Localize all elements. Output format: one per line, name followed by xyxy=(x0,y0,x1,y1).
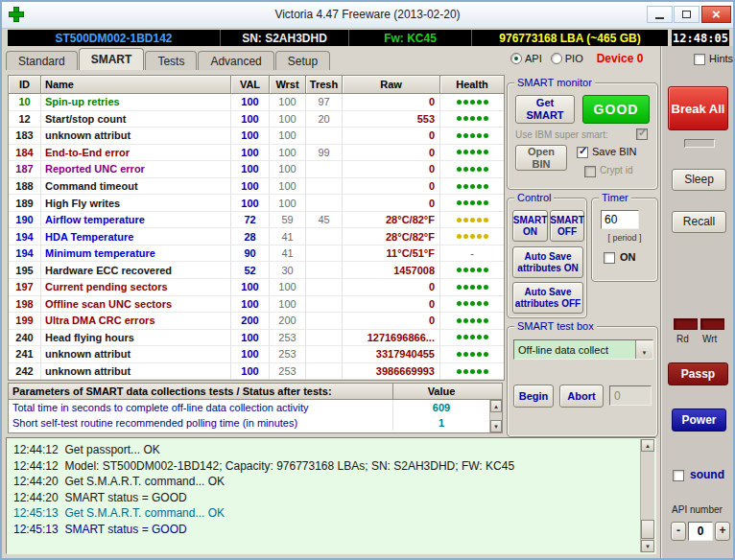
tab-smart[interactable]: SMART xyxy=(79,48,145,70)
cell-wrst: 100 xyxy=(270,178,306,196)
tab-standard[interactable]: Standard xyxy=(6,51,78,70)
timer-period-input[interactable] xyxy=(601,210,639,229)
smart-on-button[interactable]: SMART ON xyxy=(512,210,548,242)
cell-val: 100 xyxy=(231,279,270,296)
break-all-button[interactable]: Break All xyxy=(668,86,728,130)
drive-serial: SN: S2AH3DHD xyxy=(221,30,349,46)
cell-health xyxy=(440,313,504,330)
tab-advanced[interactable]: Advanced xyxy=(198,51,273,70)
param-text: Short self-test routine recommended poll… xyxy=(9,415,393,431)
recall-button[interactable]: Recall xyxy=(672,211,726,233)
sound-checkbox[interactable] xyxy=(673,470,684,481)
health-dot xyxy=(457,352,462,357)
smart-status-indicator[interactable]: GOOD xyxy=(582,95,650,124)
sound-label: sound xyxy=(690,468,724,481)
health-dot xyxy=(484,167,488,172)
scroll-down-icon[interactable] xyxy=(641,540,654,552)
table-row[interactable]: 188Command timeout1001000 xyxy=(9,178,504,196)
cell-health xyxy=(440,111,504,128)
power-button[interactable]: Power xyxy=(672,408,726,432)
scroll-up-icon[interactable] xyxy=(641,439,654,452)
health-dot xyxy=(470,184,475,189)
table-row[interactable]: 10Spin-up retries100100970 xyxy=(9,94,504,111)
health-dot xyxy=(457,234,462,239)
health-dot xyxy=(484,352,488,357)
save-bin-checkbox[interactable] xyxy=(577,147,588,158)
combo-dropdown-button[interactable] xyxy=(635,340,652,359)
params-scrollbar[interactable] xyxy=(489,400,502,432)
cell-val: 100 xyxy=(231,330,270,347)
health-dot xyxy=(477,285,482,290)
minimize-button[interactable] xyxy=(647,6,673,23)
tab-tests[interactable]: Tests xyxy=(145,51,197,70)
table-body: 10Spin-up retries10010097012Start/stop c… xyxy=(9,94,504,380)
crypt-id-checkbox[interactable] xyxy=(584,166,596,177)
health-dot xyxy=(484,301,488,306)
begin-button[interactable]: Begin xyxy=(513,385,554,408)
table-row[interactable]: 12Start/stop count10010020553 xyxy=(9,111,504,128)
table-row[interactable]: 187Reported UNC error1001000 xyxy=(9,161,504,178)
cell-val: 100 xyxy=(231,128,270,145)
cell-raw: 28°C/82°F xyxy=(343,212,440,229)
table-row[interactable]: 189High Fly writes1001000 xyxy=(9,195,504,212)
param-row[interactable]: Short self-test routine recommended poll… xyxy=(9,415,489,431)
cell-tresh: 45 xyxy=(306,212,343,229)
scrollbar-thumb[interactable] xyxy=(641,520,654,539)
cell-id: 199 xyxy=(9,313,41,330)
scroll-up-icon[interactable] xyxy=(490,400,502,412)
cell-wrst: 100 xyxy=(270,128,306,145)
health-dot xyxy=(457,200,462,205)
api-number-minus-button[interactable]: - xyxy=(671,522,686,541)
close-button[interactable] xyxy=(701,6,731,23)
table-row[interactable]: 183unknown attribut1001000 xyxy=(9,128,504,145)
sleep-button[interactable]: Sleep xyxy=(672,169,726,191)
cell-val: 100 xyxy=(231,296,270,314)
cell-tresh: 99 xyxy=(306,145,343,162)
cell-name: Minimum temperature xyxy=(41,245,231,263)
table-row[interactable]: 194Minimum temperature904111°C/51°F- xyxy=(9,245,504,263)
maximize-button[interactable] xyxy=(674,6,699,23)
scroll-down-icon[interactable] xyxy=(490,420,502,432)
health-dot xyxy=(457,167,462,172)
open-bin-button[interactable]: Open BIN xyxy=(515,145,567,171)
timer-on-checkbox[interactable] xyxy=(604,252,615,264)
smart-off-button[interactable]: SMART OFF xyxy=(550,210,584,242)
log-scrollbar[interactable] xyxy=(640,439,654,552)
tab-setup[interactable]: Setup xyxy=(275,51,330,70)
health-dot xyxy=(484,200,488,205)
api-radio[interactable] xyxy=(510,53,522,64)
table-row[interactable]: 241unknown attribut1002533317940455 xyxy=(9,346,504,363)
table-row[interactable]: 190Airflow temperature72594528°C/82°F xyxy=(9,212,504,229)
health-dot xyxy=(463,184,468,189)
table-row[interactable]: 240Head flying hours1002531271696866... xyxy=(9,330,504,347)
title-bar[interactable]: Victoria 4.47 Freeware (2013-02-20) xyxy=(2,2,733,29)
health-dot xyxy=(457,100,462,105)
health-dot xyxy=(477,234,482,239)
cell-id: 188 xyxy=(9,178,41,196)
passport-button[interactable]: Passp xyxy=(668,362,728,385)
autosave-attributes-off-button[interactable]: Auto Save attributes OFF xyxy=(512,282,583,314)
column-header-health: Health xyxy=(440,76,504,94)
param-row[interactable]: Total time in seconds to complete off-li… xyxy=(9,400,489,415)
table-row[interactable]: 198Offline scan UNC sectors1001000 xyxy=(9,296,504,314)
cell-wrst: 100 xyxy=(270,111,306,128)
api-number-plus-button[interactable]: + xyxy=(715,522,730,541)
table-row[interactable]: 197Current pending sectors1001000 xyxy=(9,279,504,296)
table-row[interactable]: 199Ultra DMA CRC errors2002000 xyxy=(9,313,504,330)
table-row[interactable]: 195Hardware ECC recovered52301457008 xyxy=(9,262,504,279)
pio-radio[interactable] xyxy=(551,53,562,64)
get-smart-button[interactable]: Get SMART xyxy=(515,95,575,124)
test-type-select[interactable]: Off-line data collect xyxy=(513,339,653,360)
window-title: Victoria 4.47 Freeware (2013-02-20) xyxy=(2,8,733,21)
table-row[interactable]: 194HDA Temperature284128°C/82°F xyxy=(9,228,504,245)
health-dot xyxy=(463,167,468,172)
autosave-attributes-on-button[interactable]: Auto Save attributes ON xyxy=(512,246,583,278)
health-dot xyxy=(484,184,488,189)
table-row[interactable]: 242unknown attribut1002533986669993 xyxy=(9,363,504,381)
write-led-label: Wrt xyxy=(702,334,717,344)
table-row[interactable]: 184End-to-End error100100990 xyxy=(9,145,504,162)
hints-checkbox[interactable] xyxy=(694,54,705,65)
cell-val: 72 xyxy=(231,212,270,229)
abort-button[interactable]: Abort xyxy=(559,385,604,408)
cell-name: Spin-up retries xyxy=(41,94,231,111)
